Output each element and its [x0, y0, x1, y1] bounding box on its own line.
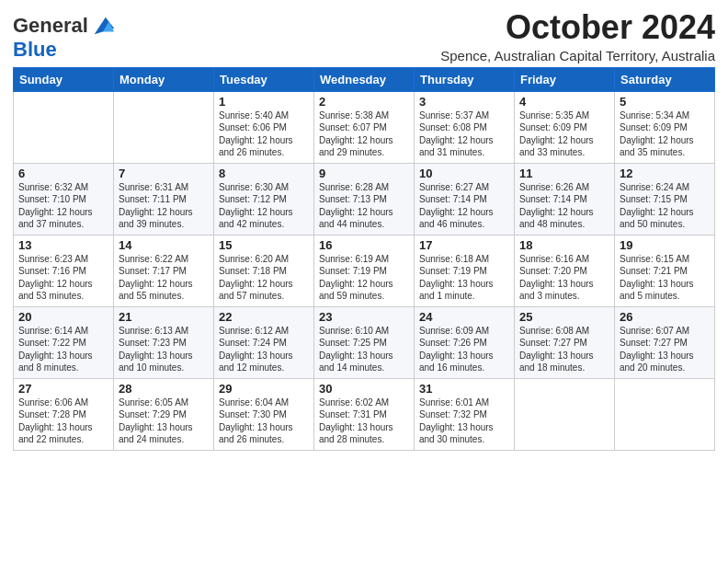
calendar-cell: 31Sunrise: 6:01 AM Sunset: 7:32 PM Dayli… — [415, 378, 515, 450]
month-title: October 2024 — [440, 9, 715, 46]
day-number: 31 — [419, 382, 509, 396]
day-info: Sunrise: 6:27 AM Sunset: 7:14 PM Dayligh… — [419, 181, 509, 231]
calendar-cell: 24Sunrise: 6:09 AM Sunset: 7:26 PM Dayli… — [415, 306, 515, 378]
calendar-cell: 15Sunrise: 6:20 AM Sunset: 7:18 PM Dayli… — [214, 235, 314, 306]
day-number: 3 — [419, 95, 509, 109]
day-number: 8 — [219, 167, 309, 180]
calendar-cell: 1Sunrise: 5:40 AM Sunset: 6:06 PM Daylig… — [214, 91, 314, 163]
calendar-cell: 12Sunrise: 6:24 AM Sunset: 7:15 PM Dayli… — [615, 163, 715, 235]
logo: General Blue — [13, 13, 116, 61]
logo-icon — [90, 13, 116, 39]
day-info: Sunrise: 6:26 AM Sunset: 7:14 PM Dayligh… — [519, 181, 609, 231]
day-info: Sunrise: 6:19 AM Sunset: 7:19 PM Dayligh… — [319, 253, 409, 303]
day-info: Sunrise: 6:04 AM Sunset: 7:30 PM Dayligh… — [219, 396, 309, 446]
day-info: Sunrise: 6:22 AM Sunset: 7:17 PM Dayligh… — [119, 253, 209, 303]
header-tuesday: Tuesday — [214, 67, 314, 91]
calendar-cell: 23Sunrise: 6:10 AM Sunset: 7:25 PM Dayli… — [314, 306, 415, 378]
calendar-cell: 29Sunrise: 6:04 AM Sunset: 7:30 PM Dayli… — [214, 378, 314, 450]
day-number: 29 — [219, 382, 309, 396]
calendar-cell: 27Sunrise: 6:06 AM Sunset: 7:28 PM Dayli… — [14, 378, 114, 450]
calendar-cell: 22Sunrise: 6:12 AM Sunset: 7:24 PM Dayli… — [214, 306, 314, 378]
day-number: 1 — [219, 95, 309, 109]
calendar-cell: 18Sunrise: 6:16 AM Sunset: 7:20 PM Dayli… — [515, 235, 615, 306]
day-info: Sunrise: 6:16 AM Sunset: 7:20 PM Dayligh… — [519, 253, 609, 303]
day-info: Sunrise: 6:05 AM Sunset: 7:29 PM Dayligh… — [119, 396, 209, 446]
day-number: 24 — [419, 310, 509, 324]
day-info: Sunrise: 6:31 AM Sunset: 7:11 PM Dayligh… — [119, 181, 209, 231]
calendar-cell: 26Sunrise: 6:07 AM Sunset: 7:27 PM Dayli… — [615, 306, 715, 378]
day-number: 27 — [18, 382, 108, 396]
calendar-cell: 19Sunrise: 6:15 AM Sunset: 7:21 PM Dayli… — [615, 235, 715, 306]
day-number: 26 — [620, 310, 710, 324]
subtitle: Spence, Australian Capital Territory, Au… — [440, 48, 715, 63]
day-number: 25 — [519, 310, 609, 324]
day-info: Sunrise: 5:40 AM Sunset: 6:06 PM Dayligh… — [219, 109, 309, 159]
day-info: Sunrise: 5:38 AM Sunset: 6:07 PM Dayligh… — [319, 109, 409, 159]
day-number: 6 — [18, 167, 108, 180]
header-wednesday: Wednesday — [314, 67, 415, 91]
day-info: Sunrise: 6:07 AM Sunset: 7:27 PM Dayligh… — [620, 325, 710, 374]
calendar-cell — [515, 378, 615, 450]
calendar-cell: 13Sunrise: 6:23 AM Sunset: 7:16 PM Dayli… — [14, 235, 114, 306]
day-info: Sunrise: 6:32 AM Sunset: 7:10 PM Dayligh… — [18, 181, 108, 231]
header-monday: Monday — [114, 67, 214, 91]
day-number: 15 — [219, 238, 309, 252]
calendar-cell: 10Sunrise: 6:27 AM Sunset: 7:14 PM Dayli… — [415, 163, 515, 235]
calendar-cell: 6Sunrise: 6:32 AM Sunset: 7:10 PM Daylig… — [14, 163, 114, 235]
day-number: 20 — [18, 310, 108, 324]
day-info: Sunrise: 6:24 AM Sunset: 7:15 PM Dayligh… — [620, 181, 710, 231]
calendar-cell: 4Sunrise: 5:35 AM Sunset: 6:09 PM Daylig… — [515, 91, 615, 163]
day-info: Sunrise: 6:02 AM Sunset: 7:31 PM Dayligh… — [319, 396, 409, 446]
day-info: Sunrise: 5:35 AM Sunset: 6:09 PM Dayligh… — [519, 109, 609, 159]
calendar-cell: 20Sunrise: 6:14 AM Sunset: 7:22 PM Dayli… — [14, 306, 114, 378]
calendar-cell: 25Sunrise: 6:08 AM Sunset: 7:27 PM Dayli… — [515, 306, 615, 378]
day-info: Sunrise: 6:20 AM Sunset: 7:18 PM Dayligh… — [219, 253, 309, 303]
calendar-cell: 14Sunrise: 6:22 AM Sunset: 7:17 PM Dayli… — [114, 235, 214, 306]
day-number: 13 — [18, 238, 108, 252]
day-info: Sunrise: 6:06 AM Sunset: 7:28 PM Dayligh… — [18, 396, 108, 446]
calendar-cell: 7Sunrise: 6:31 AM Sunset: 7:11 PM Daylig… — [114, 163, 214, 235]
day-number: 4 — [519, 95, 609, 109]
header-saturday: Saturday — [615, 67, 715, 91]
day-number: 11 — [519, 167, 609, 180]
calendar-cell: 21Sunrise: 6:13 AM Sunset: 7:23 PM Dayli… — [114, 306, 214, 378]
calendar-cell: 2Sunrise: 5:38 AM Sunset: 6:07 PM Daylig… — [314, 91, 415, 163]
day-number: 2 — [319, 95, 409, 109]
day-info: Sunrise: 6:23 AM Sunset: 7:16 PM Dayligh… — [18, 253, 108, 303]
calendar-cell: 11Sunrise: 6:26 AM Sunset: 7:14 PM Dayli… — [515, 163, 615, 235]
header-sunday: Sunday — [14, 67, 114, 91]
header: General Blue October 2024 Spence, Austra… — [13, 9, 715, 63]
day-number: 17 — [419, 238, 509, 252]
day-info: Sunrise: 6:15 AM Sunset: 7:21 PM Dayligh… — [620, 253, 710, 303]
title-block: October 2024 Spence, Australian Capital … — [440, 9, 715, 63]
day-number: 10 — [419, 167, 509, 180]
calendar-cell — [615, 378, 715, 450]
day-info: Sunrise: 5:37 AM Sunset: 6:08 PM Dayligh… — [419, 109, 509, 159]
calendar-week-5: 27Sunrise: 6:06 AM Sunset: 7:28 PM Dayli… — [14, 378, 715, 450]
header-friday: Friday — [515, 67, 615, 91]
calendar-week-4: 20Sunrise: 6:14 AM Sunset: 7:22 PM Dayli… — [14, 306, 715, 378]
day-info: Sunrise: 6:28 AM Sunset: 7:13 PM Dayligh… — [319, 181, 409, 231]
calendar-cell: 30Sunrise: 6:02 AM Sunset: 7:31 PM Dayli… — [314, 378, 415, 450]
day-number: 5 — [620, 95, 710, 109]
day-number: 12 — [620, 167, 710, 180]
day-number: 19 — [620, 238, 710, 252]
calendar-header-row: Sunday Monday Tuesday Wednesday Thursday… — [14, 67, 715, 91]
day-info: Sunrise: 6:10 AM Sunset: 7:25 PM Dayligh… — [319, 325, 409, 374]
day-number: 14 — [119, 238, 209, 252]
calendar-cell: 9Sunrise: 6:28 AM Sunset: 7:13 PM Daylig… — [314, 163, 415, 235]
day-info: Sunrise: 6:08 AM Sunset: 7:27 PM Dayligh… — [519, 325, 609, 374]
header-thursday: Thursday — [415, 67, 515, 91]
calendar-week-2: 6Sunrise: 6:32 AM Sunset: 7:10 PM Daylig… — [14, 163, 715, 235]
day-info: Sunrise: 6:14 AM Sunset: 7:22 PM Dayligh… — [18, 325, 108, 374]
day-number: 18 — [519, 238, 609, 252]
day-number: 22 — [219, 310, 309, 324]
calendar-week-1: 1Sunrise: 5:40 AM Sunset: 6:06 PM Daylig… — [14, 91, 715, 163]
calendar-cell: 3Sunrise: 5:37 AM Sunset: 6:08 PM Daylig… — [415, 91, 515, 163]
day-info: Sunrise: 6:12 AM Sunset: 7:24 PM Dayligh… — [219, 325, 309, 374]
svg-marker-0 — [95, 17, 114, 35]
day-number: 16 — [319, 238, 409, 252]
day-number: 7 — [119, 167, 209, 180]
day-number: 28 — [119, 382, 209, 396]
day-info: Sunrise: 6:30 AM Sunset: 7:12 PM Dayligh… — [219, 181, 309, 231]
